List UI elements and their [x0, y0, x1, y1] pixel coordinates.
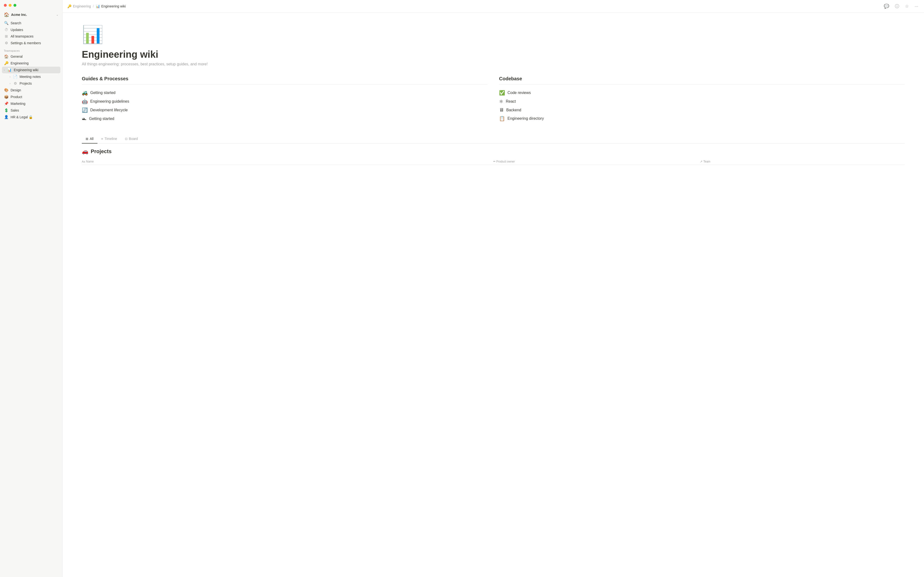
sidebar-item-projects[interactable]: › ⚙ Projects	[2, 80, 60, 87]
sidebar-label-all-teamspaces: All teamspaces	[11, 34, 58, 38]
breadcrumb-current: 📊 Engineering wiki	[96, 4, 126, 8]
breadcrumb-engineering[interactable]: 🔑 Engineering	[67, 4, 91, 8]
link-react[interactable]: ⚛ React	[499, 97, 905, 106]
tab-board[interactable]: ⊡ Board	[121, 134, 142, 143]
breadcrumb-separator: /	[93, 4, 94, 8]
page-title: Engineering wiki	[82, 48, 905, 60]
getting-started-2-icon: 🛥	[82, 116, 87, 121]
development-lifecycle-icon: 🔄	[82, 107, 88, 113]
link-code-reviews[interactable]: ✅ Code reviews	[499, 89, 905, 97]
sidebar-item-design[interactable]: 🎨 Design	[2, 87, 60, 93]
sales-icon: 💲	[4, 108, 9, 113]
link-development-lifecycle[interactable]: 🔄 Development lifecycle	[82, 106, 488, 114]
comments-button[interactable]: 💬	[883, 3, 890, 10]
tab-timeline-label: Timeline	[105, 137, 117, 141]
more-button[interactable]: ···	[914, 3, 919, 10]
chevron-engineering-wiki: ›	[4, 69, 5, 71]
link-getting-started-2[interactable]: 🛥 Getting started	[82, 114, 488, 123]
col-name: Aa Name	[82, 160, 491, 163]
projects-icon: ⚙	[13, 81, 18, 85]
link-engineering-guidelines[interactable]: 🤖 Engineering guidelines	[82, 97, 488, 106]
projects-header-label: Projects	[91, 148, 111, 155]
breadcrumb: 🔑 Engineering / 📊 Engineering wiki	[67, 4, 126, 8]
sidebar-label-search: Search	[11, 21, 58, 25]
page-content: 📊 Engineering wiki All things engineerin…	[63, 13, 924, 577]
sidebar-label-meeting-notes: Meeting notes	[19, 75, 58, 79]
tab-all[interactable]: ⊞ All	[82, 134, 97, 143]
traffic-light-yellow[interactable]	[9, 4, 11, 7]
sidebar-item-meeting-notes[interactable]: › 📄 Meeting notes	[2, 73, 60, 80]
tab-all-label: All	[90, 137, 94, 141]
sidebar-item-marketing[interactable]: 📌 Marketing	[2, 100, 60, 107]
sidebar-item-engineering[interactable]: 🔑 Engineering	[2, 60, 60, 67]
page-icon: 📊	[82, 24, 905, 45]
info-button[interactable]: ⓘ	[894, 2, 900, 10]
traffic-lights	[2, 3, 60, 11]
sidebar-label-engineering-wiki: Engineering wiki	[14, 68, 58, 72]
col-owner-icon: ••	[493, 160, 495, 163]
sidebar-label-general: General	[11, 55, 58, 58]
backend-label: Backend	[506, 108, 521, 112]
codebase-title: Codebase	[499, 76, 905, 85]
sidebar-item-engineering-wiki[interactable]: › 📊 Engineering wiki	[2, 67, 60, 73]
table-header: Aa Name •• Product owner ↗ Team	[82, 158, 905, 165]
engineering-wiki-icon: 📊	[7, 68, 12, 72]
favorite-button[interactable]: ☆	[904, 3, 910, 10]
tab-board-label: Board	[129, 137, 138, 141]
col-name-icon: Aa	[82, 160, 85, 163]
page-subtitle: All things engineering: processes, best …	[82, 62, 905, 66]
link-engineering-directory[interactable]: 📋 Engineering directory	[499, 114, 905, 123]
sidebar-item-hr-legal[interactable]: 👤 HR & Legal 🔒	[2, 114, 60, 121]
all-teamspaces-icon: ⊞	[4, 34, 9, 39]
topbar: 🔑 Engineering / 📊 Engineering wiki 💬 ⓘ ☆…	[63, 0, 924, 13]
getting-started-1-label: Getting started	[90, 91, 115, 95]
workspace-header[interactable]: 🏠 Acme Inc. ⌄	[2, 11, 60, 19]
development-lifecycle-label: Development lifecycle	[90, 108, 128, 112]
sidebar-item-general[interactable]: 🏠 General	[2, 53, 60, 60]
react-label: React	[506, 99, 516, 104]
chevron-meeting-notes: ›	[10, 76, 10, 78]
sidebar-item-sales[interactable]: 💲 Sales	[2, 107, 60, 114]
breadcrumb-current-label: Engineering wiki	[101, 4, 126, 8]
engineering-directory-label: Engineering directory	[507, 116, 544, 121]
sidebar-label-settings: Settings & members	[11, 41, 58, 45]
settings-icon: ⚙	[4, 41, 9, 45]
breadcrumb-current-icon: 📊	[96, 4, 100, 8]
tab-timeline-icon: ≡	[101, 137, 103, 141]
general-icon: 🏠	[4, 54, 9, 59]
link-getting-started-1[interactable]: 🚜 Getting started	[82, 89, 488, 97]
sidebar-label-sales: Sales	[11, 108, 58, 112]
sidebar-item-updates[interactable]: ⏱ Updates	[2, 26, 60, 33]
main-area: 🔑 Engineering / 📊 Engineering wiki 💬 ⓘ ☆…	[63, 0, 924, 577]
teamspaces-label: Teamspaces	[2, 47, 60, 53]
sidebar-label-product: Product	[11, 95, 58, 99]
col-name-label: Name	[86, 160, 94, 163]
tab-board-icon: ⊡	[125, 137, 128, 141]
traffic-light-red[interactable]	[4, 4, 7, 7]
search-icon: 🔍	[4, 21, 9, 25]
sidebar-item-settings[interactable]: ⚙ Settings & members	[2, 40, 60, 47]
sidebar-label-updates: Updates	[11, 28, 58, 32]
breadcrumb-engineering-label: Engineering	[73, 4, 91, 8]
col-team: ↗ Team	[700, 160, 905, 163]
engineering-guidelines-label: Engineering guidelines	[90, 99, 129, 104]
two-col-sections: Guides & Processes 🚜 Getting started 🤖 E…	[82, 76, 905, 123]
hr-legal-icon: 👤	[4, 115, 9, 119]
code-reviews-icon: ✅	[499, 90, 505, 96]
sidebar-item-product[interactable]: 📦 Product	[2, 93, 60, 100]
getting-started-1-icon: 🚜	[82, 90, 88, 96]
col-team-icon: ↗	[700, 160, 703, 163]
traffic-light-green[interactable]	[13, 4, 16, 7]
chevron-projects: ›	[10, 82, 10, 85]
tab-timeline[interactable]: ≡ Timeline	[97, 134, 121, 143]
product-icon: 📦	[4, 95, 9, 99]
col-owner: •• Product owner	[493, 160, 698, 163]
link-backend[interactable]: 🖥 Backend	[499, 106, 905, 114]
sidebar-item-search[interactable]: 🔍 Search	[2, 20, 60, 26]
backend-icon: 🖥	[499, 107, 504, 113]
codebase-section: Codebase ✅ Code reviews ⚛ React 🖥 Backen…	[499, 76, 905, 123]
getting-started-2-label: Getting started	[89, 117, 114, 121]
guides-section: Guides & Processes 🚜 Getting started 🤖 E…	[82, 76, 488, 123]
tabs-bar: ⊞ All ≡ Timeline ⊡ Board	[82, 134, 905, 143]
sidebar-item-all-teamspaces[interactable]: ⊞ All teamspaces	[2, 33, 60, 40]
